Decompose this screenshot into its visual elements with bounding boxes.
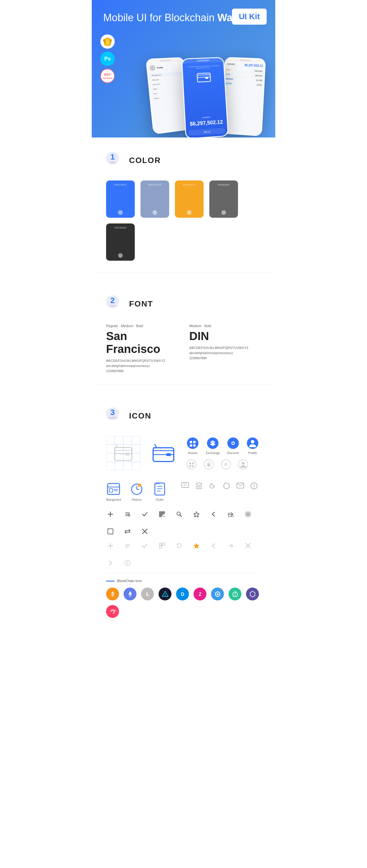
nav-icons-row-outline — [186, 459, 259, 469]
back-icon-light — [209, 541, 218, 550]
nav-icons-row-filled: Assets Exchange — [186, 437, 259, 455]
svg-marker-103 — [129, 591, 132, 595]
discover-label: Discover — [227, 451, 239, 455]
ps-badge: Ps — [101, 52, 115, 66]
svg-rect-94 — [162, 543, 165, 546]
icon-section: 3 THREE ICON — [92, 393, 275, 638]
zcoin-icon: Z — [194, 588, 206, 600]
svg-point-111 — [217, 593, 219, 595]
chat-icon — [181, 482, 189, 490]
svg-point-82 — [247, 513, 249, 515]
qr-icon-light — [158, 541, 166, 550]
phone-middle: Character may be manifested in the great… — [181, 57, 228, 137]
utility-icons-row1 — [106, 510, 261, 536]
utility-icons-row2 — [106, 541, 261, 567]
transfer-icon — [123, 527, 132, 536]
svg-rect-76 — [160, 515, 161, 516]
history-icon-item: ! History — [130, 482, 144, 501]
profile-icon-item: Profile — [246, 437, 259, 455]
history-label: History — [132, 498, 142, 501]
qr-icon — [158, 510, 166, 519]
nav-icons-group: Assets Exchange — [186, 437, 259, 469]
svg-rect-32 — [192, 462, 194, 464]
din-name: DIN — [189, 330, 261, 343]
section-num-2: 2 TWO — [106, 296, 123, 313]
check-icon — [140, 510, 149, 519]
search-icon — [175, 510, 184, 519]
stack-icon — [195, 482, 203, 490]
section-num-1: 1 ONE — [106, 152, 123, 169]
svg-text:Ł: Ł — [146, 591, 149, 597]
sf-name: San Francisco — [106, 330, 178, 355]
exchange-icon-outline — [204, 459, 214, 469]
info-icon-light — [123, 559, 132, 567]
svg-text:!: ! — [139, 485, 140, 487]
icon-section-header: 3 THREE ICON — [106, 407, 261, 425]
exchange-icon-item: Exchange — [206, 437, 220, 455]
ethereum-icon — [123, 588, 137, 600]
sketch-badge — [101, 34, 115, 49]
color-swatch-dark-gray: #666666 — [209, 181, 238, 218]
sf-style: Regular · Medium · Bold — [106, 324, 178, 328]
misc-icons-group — [181, 482, 258, 490]
font-din: Medium · Bold DIN ABCDEFGHIJKLMNOPQRSTUV… — [189, 324, 261, 373]
dash-icon: D — [176, 588, 189, 600]
svg-marker-96 — [194, 543, 199, 549]
din-uppercase: ABCDEFGHIJKLMNOPQRSTUVWXYZ — [189, 346, 261, 349]
right-icon-light — [106, 559, 115, 567]
order-icon-item: Order — [152, 482, 167, 501]
svg-point-30 — [187, 460, 196, 469]
svg-rect-70 — [129, 515, 130, 516]
svg-rect-44 — [109, 489, 113, 492]
polygon-icon — [246, 588, 259, 600]
management-icon-item: Mangment — [106, 482, 121, 501]
font-title: FONT — [129, 299, 153, 309]
share-icon-light — [227, 541, 235, 550]
plus-icon — [106, 510, 115, 519]
blockchain-label: BlockChain Icon — [106, 579, 261, 583]
din-style: Medium · Bold — [189, 324, 261, 328]
discover-icon-outline — [221, 459, 231, 469]
doge-icon — [211, 588, 224, 600]
sf-lowercase: abcdefghijklmnopqrstuvwxyz — [106, 364, 178, 368]
info-icon — [250, 482, 258, 490]
svg-rect-75 — [163, 512, 164, 513]
svg-point-101 — [127, 561, 128, 562]
svg-rect-93 — [160, 543, 162, 546]
cross-icon-light — [244, 541, 252, 550]
expand-icon — [106, 527, 115, 536]
list-icon-light — [123, 541, 132, 550]
assets-icon-item: Assets — [186, 437, 199, 455]
font-sf: Regular · Medium · Bold San Francisco AB… — [106, 324, 178, 373]
badges-column: Ps 60+ Screens — [101, 34, 115, 83]
svg-text:Z: Z — [199, 592, 202, 597]
exchange-label: Exchange — [206, 451, 220, 455]
crypto-icons-grid: ₿ Ł D Z — [106, 588, 261, 618]
icon-title: ICON — [129, 411, 151, 421]
svg-rect-23 — [193, 444, 196, 446]
sf-uppercase: ABCDEFGHIJKLMNOPQRSTUVWXYZ — [106, 359, 178, 362]
svg-rect-33 — [189, 465, 191, 467]
verge-icon — [159, 588, 171, 600]
font-grid: Regular · Medium · Bold San Francisco AB… — [106, 324, 261, 373]
font-section-header: 2 TWO FONT — [106, 296, 261, 313]
color-swatch-orange: #F5A623 — [175, 181, 204, 218]
svg-rect-83 — [108, 529, 113, 534]
profile-icon-outline — [238, 459, 248, 469]
section-num-3: 3 THREE — [106, 407, 123, 425]
icon-main-row: Assets Exchange — [106, 436, 261, 470]
icon-filled-container — [146, 436, 181, 470]
hero-section: Mobile UI for Blockchain Wallet UI Kit P… — [92, 0, 275, 137]
din-lowercase: abcdefghijklmnopqrstuvwxyz — [189, 351, 261, 355]
bottom-icons-row: Mangment ! History Order — [106, 482, 261, 501]
color-swatch-blue: #3574FA — [106, 181, 135, 218]
svg-point-40 — [242, 462, 245, 465]
phones-mockup-area: Profile Management Message Red Card Nigh… — [149, 46, 275, 137]
svg-rect-56 — [182, 483, 189, 488]
color-swatch-black: #303030 — [106, 223, 135, 261]
check-icon-light — [140, 541, 149, 550]
order-label: Order — [156, 498, 164, 501]
profile-label: Profile — [248, 451, 257, 455]
tron-icon — [228, 588, 242, 600]
icon-outline-container — [106, 436, 140, 470]
